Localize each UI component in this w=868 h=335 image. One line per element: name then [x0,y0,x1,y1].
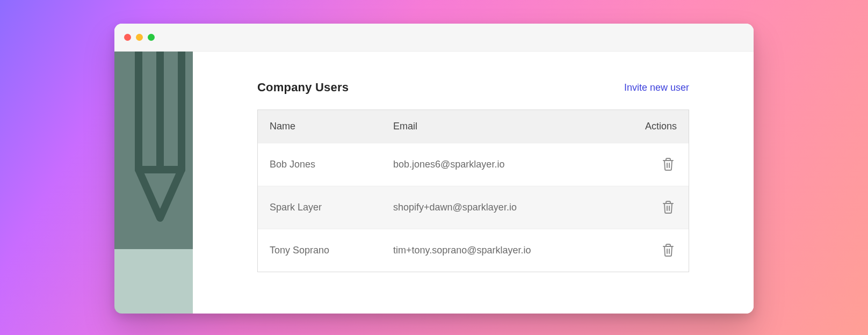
table-row: Tony Soprano tim+tony.soprano@sparklayer… [258,229,689,272]
user-name: Bob Jones [270,159,393,170]
user-name: Tony Soprano [270,245,393,256]
window-zoom-icon[interactable] [148,34,155,41]
column-header-actions: Actions [628,121,677,132]
user-actions [628,241,677,260]
user-email: shopify+dawn@sparklayer.io [393,202,628,213]
user-actions [628,198,677,217]
pencil-icon [114,52,193,288]
window-titlebar [114,24,754,52]
sidebar [114,52,193,314]
table-body: Bob Jones bob.jones6@sparklayer.io [258,143,689,272]
table-row: Bob Jones bob.jones6@sparklayer.io [258,143,689,186]
window-body: Company Users Invite new user Name Email… [114,52,754,314]
table-header-row: Name Email Actions [258,110,689,143]
invite-user-link[interactable]: Invite new user [624,82,689,93]
delete-user-button[interactable] [660,198,677,216]
column-header-email: Email [393,121,628,132]
trash-icon [662,157,675,171]
delete-user-button[interactable] [660,241,677,259]
table-row: Spark Layer shopify+dawn@sparklayer.io [258,186,689,229]
users-table: Name Email Actions Bob Jones bob.jones6@… [257,110,689,272]
column-header-name: Name [270,121,393,132]
window-minimize-icon[interactable] [136,34,143,41]
page-header: Company Users Invite new user [257,81,689,94]
trash-icon [662,243,675,257]
window-close-icon[interactable] [124,34,131,41]
page-title: Company Users [257,81,349,94]
trash-icon [662,200,675,214]
user-email: tim+tony.soprano@sparklayer.io [393,245,628,256]
user-name: Spark Layer [270,202,393,213]
user-email: bob.jones6@sparklayer.io [393,159,628,170]
delete-user-button[interactable] [660,155,677,173]
app-window: Company Users Invite new user Name Email… [114,24,754,314]
user-actions [628,155,677,174]
main-content: Company Users Invite new user Name Email… [193,52,754,314]
